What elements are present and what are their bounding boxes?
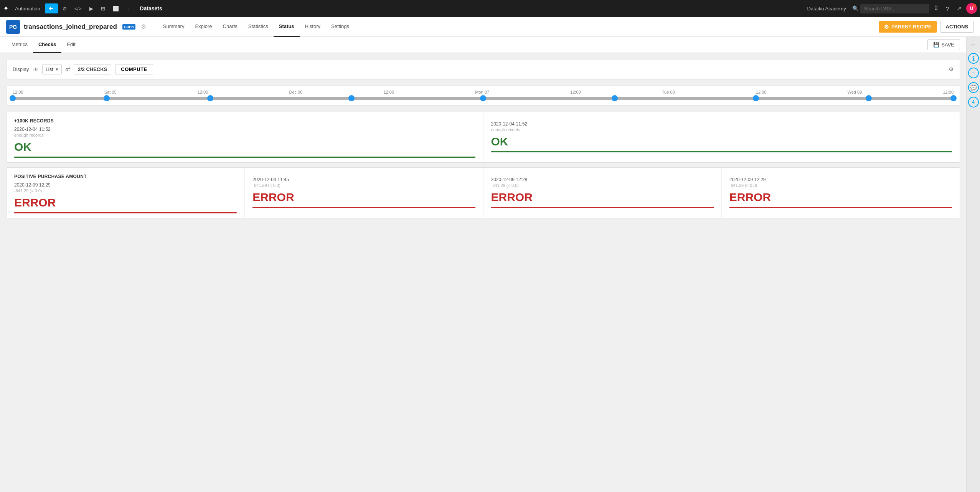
tab-status[interactable]: Status	[274, 17, 300, 37]
purchase-card-title-0: POSITIVE PURCHASE AMOUNT	[14, 174, 237, 179]
nav-automation[interactable]: Automation	[12, 4, 43, 13]
timeline-container: 12:00 Sat 05 12:00 Dec 06 12:00 Mon 07 1…	[6, 86, 960, 106]
flow-icon	[48, 5, 55, 12]
purchase-card-sub-1: -641.29 (< 0.0)	[252, 183, 475, 188]
records-card-sub-1: enough records	[491, 127, 952, 132]
count-badge[interactable]: 4	[968, 97, 979, 107]
sub-tab-checks[interactable]: Checks	[33, 37, 61, 53]
records-card-1[interactable]: 2020-12-04 11:52 enough records OK	[483, 112, 960, 162]
timeline-dot-5[interactable]	[612, 95, 618, 101]
timeline-dot-0[interactable]	[10, 95, 16, 101]
save-icon: 💾	[933, 42, 939, 48]
tab-statistics[interactable]: Statistics	[243, 17, 274, 37]
records-status-1: OK	[491, 135, 952, 148]
purchase-card-sub-3: -641.29 (< 0.0)	[729, 183, 952, 188]
tab-explore[interactable]: Explore	[190, 17, 217, 37]
purchase-card-date-0: 2020-12-09 12:29	[14, 182, 237, 188]
nav-deploy[interactable]: ⊞	[98, 4, 108, 13]
tab-summary[interactable]: Summary	[158, 17, 190, 37]
timeline-dot-1[interactable]	[104, 95, 110, 101]
timeline-dot-2[interactable]	[207, 95, 213, 101]
actions-label: ACTIONS	[946, 24, 968, 30]
grid-icon[interactable]: ⠿	[931, 3, 941, 13]
eye-icon: 👁	[33, 66, 38, 73]
timeline-dot-6[interactable]	[753, 95, 759, 101]
purchase-card-2[interactable]: 2020-12-09 12:28 -641.29 (< 0.0) ERROR	[483, 168, 722, 218]
sub-nav-actions: 💾 SAVE	[927, 39, 960, 50]
nav-refresh[interactable]: ⊙	[59, 4, 70, 13]
timeline-label-10: 12:00	[943, 90, 954, 94]
purchase-card-sub-2: -641.29 (< 0.0)	[491, 183, 714, 188]
nav-code[interactable]: </>	[71, 4, 85, 13]
purchase-cards-row: POSITIVE PURCHASE AMOUNT 2020-12-09 12:2…	[7, 168, 960, 218]
purchase-card-date-3: 2020-12-09 12:29	[729, 177, 952, 182]
content-column: Metrics Checks Edit 💾 SAVE Display 👁 Lis…	[0, 37, 966, 492]
right-sidebar: ← ℹ ≡ 💬 4	[966, 37, 980, 492]
records-check-section: +100K RECORDS 2020-12-04 11:52 enough re…	[6, 112, 960, 163]
notification-dot	[972, 4, 976, 8]
records-card-date-0: 2020-12-04 11:52	[14, 127, 475, 132]
timeline-label-1: Sat 05	[104, 90, 117, 94]
gear-icon[interactable]: ⚙	[949, 66, 954, 73]
help-icon[interactable]: ?	[943, 4, 952, 13]
purchase-card-date-2: 2020-12-09 12:28	[491, 177, 714, 182]
save-button[interactable]: 💾 SAVE	[927, 39, 960, 50]
timeline-dot-4[interactable]	[480, 95, 486, 101]
nav-datasets-title: Datasets	[140, 5, 162, 12]
records-underline-0	[14, 157, 475, 158]
timeline-dot-3[interactable]	[348, 95, 355, 101]
nav-more[interactable]: ···	[124, 4, 134, 13]
purchase-check-section: POSITIVE PURCHASE AMOUNT 2020-12-09 12:2…	[6, 167, 960, 218]
purchase-status-0: ERROR	[14, 196, 237, 209]
tab-charts[interactable]: Charts	[218, 17, 243, 37]
top-navigation: ✦ Automation ⊙ </> ▶ ⊞ ⬜ ··· Datasets Da…	[0, 0, 980, 17]
parent-recipe-button[interactable]: ⚙ PARENT RECIPE	[879, 21, 937, 33]
comments-icon[interactable]: 💬	[968, 82, 979, 93]
dataset-icon-text: PG	[9, 24, 17, 30]
compute-button[interactable]: COMPUTE	[115, 64, 153, 74]
timeline-dot-8[interactable]	[950, 95, 957, 101]
records-card-0[interactable]: +100K RECORDS 2020-12-04 11:52 enough re…	[7, 112, 483, 162]
sub-tab-edit[interactable]: Edit	[61, 37, 81, 53]
timeline-track[interactable]	[13, 97, 954, 100]
nav-monitor[interactable]: ⬜	[110, 4, 122, 13]
timeline-label-6: 12:00	[570, 90, 581, 94]
timeline-label-8: 12:00	[756, 90, 767, 94]
search-input[interactable]	[860, 4, 929, 13]
tab-history[interactable]: History	[300, 17, 326, 37]
display-bar: Display 👁 List ▾ of 2/2 CHECKS COMPUTE ⚙	[6, 59, 960, 79]
actions-button[interactable]: ACTIONS	[940, 21, 974, 33]
purchase-card-sub-0: -641.29 (< 0.0)	[14, 188, 237, 193]
purchase-card-1[interactable]: 2020-12-04 11:45 -641.29 (< 0.0) ERROR	[245, 168, 483, 218]
records-status-0: OK	[14, 140, 475, 154]
timeline-label-7: Tue 08	[662, 90, 675, 94]
search-container: 🔍	[852, 4, 929, 13]
dataset-header: PG transactions_joined_prepared GDPR ⚙ S…	[0, 17, 980, 37]
checks-badge: 2/2 CHECKS	[74, 64, 112, 74]
timeline-axis: 12:00 Sat 05 12:00 Dec 06 12:00 Mon 07 1…	[13, 90, 954, 94]
purchase-underline-1	[252, 207, 475, 208]
analytics-icon[interactable]: ↗	[954, 3, 965, 13]
purchase-card-0[interactable]: POSITIVE PURCHASE AMOUNT 2020-12-09 12:2…	[7, 168, 245, 218]
back-icon[interactable]: ←	[969, 40, 978, 49]
list-icon[interactable]: ≡	[968, 68, 979, 78]
timeline-dot-7[interactable]	[866, 95, 872, 101]
purchase-card-3[interactable]: 2020-12-09 12:29 -641.29 (< 0.0) ERROR	[722, 168, 960, 218]
tab-settings[interactable]: Settings	[326, 17, 355, 37]
display-select[interactable]: List ▾	[42, 64, 62, 74]
dataiku-academy-link[interactable]: Dataiku Academy	[802, 6, 850, 12]
records-card-date-1: 2020-12-04 11:52	[491, 121, 952, 127]
settings-gear-icon[interactable]: ⚙	[141, 23, 146, 30]
sub-tab-metrics[interactable]: Metrics	[6, 37, 33, 53]
sub-navigation: Metrics Checks Edit 💾 SAVE	[0, 37, 966, 53]
dataset-name: transactions_joined_prepared	[24, 23, 117, 31]
nav-flow[interactable]	[45, 3, 58, 13]
avatar-container: U	[966, 3, 977, 14]
header-actions: ⚙ PARENT RECIPE ACTIONS	[879, 21, 974, 33]
nav-play[interactable]: ▶	[86, 4, 96, 13]
info-icon[interactable]: ℹ	[968, 53, 979, 64]
content-area: Display 👁 List ▾ of 2/2 CHECKS COMPUTE ⚙…	[0, 53, 966, 229]
of-label: of	[66, 66, 70, 72]
timeline-label-3: Dec 06	[289, 90, 302, 94]
purchase-status-2: ERROR	[491, 191, 714, 204]
